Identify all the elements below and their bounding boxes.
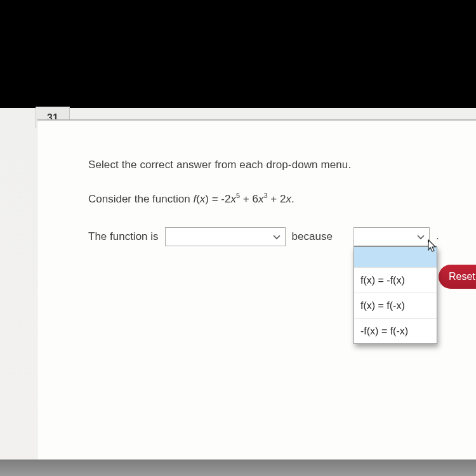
instruction-text: Select the correct answer from each drop… [88, 159, 351, 171]
answer-sentence: The function is because [88, 227, 333, 246]
sentence-label: The function is [88, 230, 159, 243]
dropdown-option-2[interactable]: f(x) = f(-x) [354, 293, 437, 318]
dropdown-1[interactable] [165, 227, 286, 246]
device-bezel [0, 459, 476, 476]
dropdown-2[interactable] [354, 227, 430, 246]
because-text: because [292, 230, 333, 243]
dropdown-2-panel: f(x) = -f(x) f(x) = f(-x) -f(x) = f(-x) [354, 246, 437, 344]
reset-button[interactable]: Reset [439, 265, 476, 289]
reset-label: Reset [449, 271, 475, 282]
dropdown-option-3[interactable]: -f(x) = f(-x) [354, 318, 437, 343]
chevron-down-icon [272, 232, 281, 241]
content-area: Select the correct answer from each drop… [37, 119, 476, 459]
pointer-cursor-icon [422, 235, 440, 253]
prompt-line: Consider the function f(x) = -2x5 + 6x3 … [88, 192, 294, 206]
dropdown-option-1[interactable]: f(x) = -f(x) [354, 267, 437, 293]
